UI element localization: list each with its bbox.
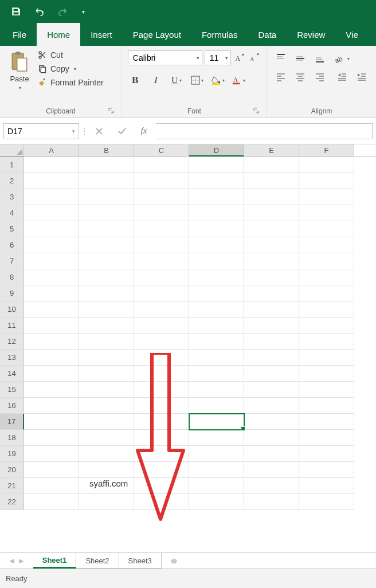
row-header[interactable]: 19	[0, 446, 24, 462]
cell[interactable]	[189, 237, 244, 253]
cell[interactable]	[189, 494, 244, 510]
cell[interactable]	[24, 301, 79, 317]
row-header[interactable]: 8	[0, 269, 24, 285]
cell[interactable]	[79, 462, 134, 478]
sheet-nav[interactable]: ◄ ►	[0, 553, 33, 569]
cell[interactable]	[299, 334, 354, 350]
enter-formula-button[interactable]	[112, 123, 132, 139]
cell[interactable]	[134, 173, 189, 189]
cell[interactable]	[134, 382, 189, 398]
cell[interactable]	[299, 494, 354, 510]
cell[interactable]	[244, 157, 299, 173]
cell[interactable]	[244, 269, 299, 285]
cell[interactable]	[189, 157, 244, 173]
cell[interactable]	[134, 334, 189, 350]
row-header[interactable]: 4	[0, 205, 24, 221]
cell[interactable]	[24, 382, 79, 398]
row-header[interactable]: 1	[0, 157, 24, 173]
cell[interactable]	[244, 189, 299, 205]
align-bottom-button[interactable]	[312, 50, 328, 66]
undo-button[interactable]: ▾	[28, 0, 50, 23]
cell[interactable]	[79, 285, 134, 301]
cell[interactable]	[79, 253, 134, 269]
tab-data[interactable]: Data	[248, 23, 287, 46]
new-sheet-button[interactable]: ⊕	[162, 553, 187, 569]
cell[interactable]	[244, 446, 299, 462]
cell[interactable]	[189, 269, 244, 285]
cell[interactable]	[299, 237, 354, 253]
cell[interactable]	[134, 398, 189, 414]
col-header[interactable]: E	[244, 144, 299, 156]
dialog-launcher-icon[interactable]	[253, 107, 261, 115]
cell[interactable]	[244, 221, 299, 237]
cell[interactable]	[189, 334, 244, 350]
cell[interactable]	[24, 350, 79, 366]
select-all-corner[interactable]	[0, 144, 24, 156]
row-header[interactable]: 11	[0, 317, 24, 334]
row-header[interactable]: 10	[0, 301, 24, 317]
align-right-button[interactable]	[312, 69, 328, 85]
cell[interactable]	[244, 301, 299, 317]
cell[interactable]	[244, 494, 299, 510]
increase-indent-button[interactable]	[353, 69, 370, 85]
row-header[interactable]: 3	[0, 189, 24, 205]
cell[interactable]	[79, 269, 134, 285]
align-top-button[interactable]	[273, 50, 289, 66]
tab-view[interactable]: Vie	[335, 23, 368, 46]
cell[interactable]	[79, 430, 134, 446]
cell[interactable]	[134, 285, 189, 301]
cell[interactable]	[79, 446, 134, 462]
cell[interactable]	[299, 285, 354, 301]
paste-button[interactable]: Paste ▾	[6, 47, 33, 106]
cell[interactable]	[299, 414, 354, 430]
cell[interactable]	[189, 366, 244, 382]
cell[interactable]	[244, 205, 299, 221]
cell[interactable]	[189, 446, 244, 462]
cell[interactable]	[24, 285, 79, 301]
cell[interactable]	[24, 253, 79, 269]
dialog-launcher-icon[interactable]	[108, 107, 116, 115]
cell[interactable]	[189, 221, 244, 237]
cell[interactable]	[79, 478, 134, 494]
cell[interactable]	[24, 430, 79, 446]
cell[interactable]	[24, 446, 79, 462]
cell[interactable]	[244, 478, 299, 494]
cell[interactable]	[299, 205, 354, 221]
cell[interactable]	[189, 430, 244, 446]
cell[interactable]	[244, 237, 299, 253]
cell[interactable]	[79, 398, 134, 414]
sheet-tab-3[interactable]: Sheet3	[119, 553, 162, 569]
font-name-combo[interactable]: Calibri ▾	[128, 50, 202, 65]
col-header[interactable]: B	[79, 144, 134, 156]
cell[interactable]	[134, 301, 189, 317]
cell[interactable]	[244, 253, 299, 269]
cell[interactable]	[299, 189, 354, 205]
format-painter-button[interactable]: Format Painter	[38, 78, 104, 87]
tab-formulas[interactable]: Formulas	[191, 23, 248, 46]
italic-button[interactable]: I	[148, 73, 163, 87]
cut-button[interactable]: Cut	[38, 50, 104, 60]
cell[interactable]	[134, 430, 189, 446]
cell[interactable]	[134, 366, 189, 382]
tab-insert[interactable]: Insert	[80, 23, 123, 46]
cell[interactable]	[24, 366, 79, 382]
cell[interactable]	[79, 494, 134, 510]
cell[interactable]	[189, 205, 244, 221]
redo-button[interactable]: ▾	[50, 0, 73, 23]
decrease-indent-button[interactable]	[334, 69, 351, 85]
row-header[interactable]: 5	[0, 221, 24, 237]
cell[interactable]	[299, 382, 354, 398]
cell[interactable]	[299, 221, 354, 237]
formula-input[interactable]	[156, 123, 373, 139]
col-header[interactable]: D	[189, 144, 244, 156]
cell[interactable]	[134, 317, 189, 334]
cell[interactable]	[79, 334, 134, 350]
cell[interactable]	[244, 317, 299, 334]
cell[interactable]	[134, 414, 189, 430]
tab-page-layout[interactable]: Page Layout	[123, 23, 191, 46]
cell[interactable]	[134, 446, 189, 462]
cell[interactable]	[24, 462, 79, 478]
align-middle-button[interactable]	[292, 50, 308, 66]
decrease-font-button[interactable]: A	[248, 51, 261, 65]
cell[interactable]	[79, 382, 134, 398]
